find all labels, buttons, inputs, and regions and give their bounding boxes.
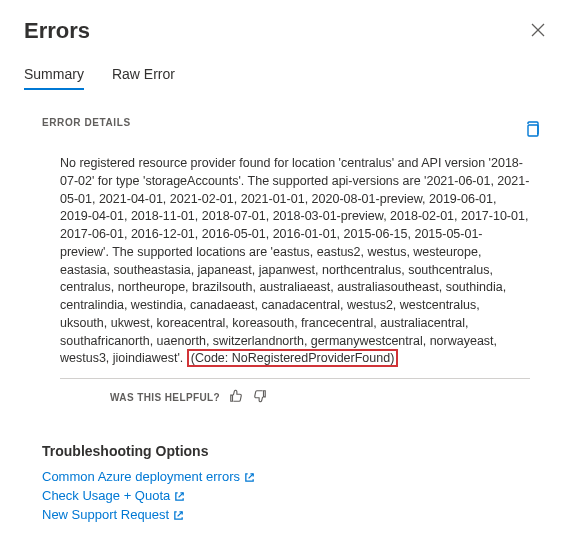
tabs: Summary Raw Error [24,66,548,91]
link-new-support[interactable]: New Support Request [42,507,548,522]
error-message: No registered resource provider found fo… [60,155,530,379]
link-check-usage[interactable]: Check Usage + Quota [42,488,548,503]
link-new-support-label: New Support Request [42,507,169,522]
svg-rect-2 [528,125,538,136]
error-message-text: No registered resource provider found fo… [60,156,529,365]
external-link-icon [174,490,185,501]
helpful-prompt: WAS THIS HELPFUL? [110,392,220,403]
thumbs-up-icon [229,389,243,405]
copy-icon [523,120,541,142]
link-common-errors[interactable]: Common Azure deployment errors [42,469,548,484]
external-link-icon [173,509,184,520]
tab-summary[interactable]: Summary [24,66,84,90]
link-check-usage-label: Check Usage + Quota [42,488,170,503]
thumbs-up-button[interactable] [228,389,244,405]
page-title: Errors [24,18,548,44]
copy-button[interactable] [518,117,546,145]
close-button[interactable] [530,22,546,38]
troubleshooting-section: Troubleshooting Options Common Azure dep… [42,443,548,522]
error-code-highlight: (Code: NoRegisteredProviderFound) [187,349,399,367]
thumbs-down-icon [253,389,267,405]
error-details-label: ERROR DETAILS [42,117,131,128]
tab-raw-error[interactable]: Raw Error [112,66,175,90]
close-icon [530,24,546,41]
thumbs-down-button[interactable] [252,389,268,405]
troubleshooting-heading: Troubleshooting Options [42,443,548,459]
link-common-errors-label: Common Azure deployment errors [42,469,240,484]
external-link-icon [244,471,255,482]
